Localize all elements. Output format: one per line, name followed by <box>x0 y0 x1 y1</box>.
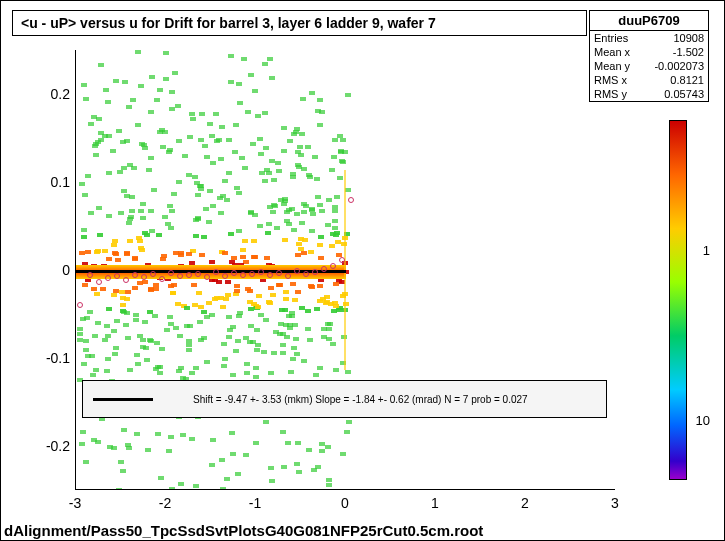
y-tick-label: -0.1 <box>46 350 70 366</box>
plot-title: <u - uP> versus u for Drift for barrel 3… <box>12 10 587 36</box>
y-tick-label: 0.2 <box>51 86 70 102</box>
y-axis: 0.2 0.1 0 -0.1 -0.2 <box>30 50 70 490</box>
x-tick-label: 1 <box>431 495 439 511</box>
stats-value: -1.502 <box>673 46 704 58</box>
y-tick-label: -0.2 <box>46 438 70 454</box>
colorbar <box>669 120 687 480</box>
x-axis: -3 -2 -1 0 1 2 3 <box>75 495 615 515</box>
stats-value: -0.002073 <box>654 60 704 72</box>
x-tick-label: -1 <box>249 495 261 511</box>
colorbar-tick: 10 <box>696 413 710 428</box>
x-tick-label: 0 <box>341 495 349 511</box>
file-caption: dAlignment/Pass50_TpcSsdSvtPlotsG40G081N… <box>4 522 483 539</box>
fit-legend: Shift = -9.47 +- 3.53 (mkm) Slope = -1.8… <box>82 380 607 418</box>
colorbar-tick: 1 <box>703 243 710 258</box>
stats-value: 10908 <box>673 32 704 44</box>
fit-legend-text: Shift = -9.47 +- 3.53 (mkm) Slope = -1.8… <box>193 394 528 405</box>
y-tick-label: 0 <box>62 262 70 278</box>
x-tick-label: 2 <box>521 495 529 511</box>
stats-entries: Entries 10908 <box>590 31 708 45</box>
plot-area <box>75 50 615 490</box>
stats-name: duuP6709 <box>590 11 708 31</box>
title-text: <u - uP> versus u for Drift for barrel 3… <box>21 15 436 31</box>
stats-label: Entries <box>594 32 628 44</box>
stats-value: 0.05743 <box>664 88 704 100</box>
fit-legend-line-icon <box>93 398 153 401</box>
stats-value: 0.8121 <box>670 74 704 86</box>
caption-text: dAlignment/Pass50_TpcSsdSvtPlotsG40G081N… <box>4 522 483 539</box>
x-tick-label: 3 <box>611 495 619 511</box>
y-tick-label: 0.1 <box>51 174 70 190</box>
x-tick-label: -2 <box>159 495 171 511</box>
x-tick-label: -3 <box>69 495 81 511</box>
